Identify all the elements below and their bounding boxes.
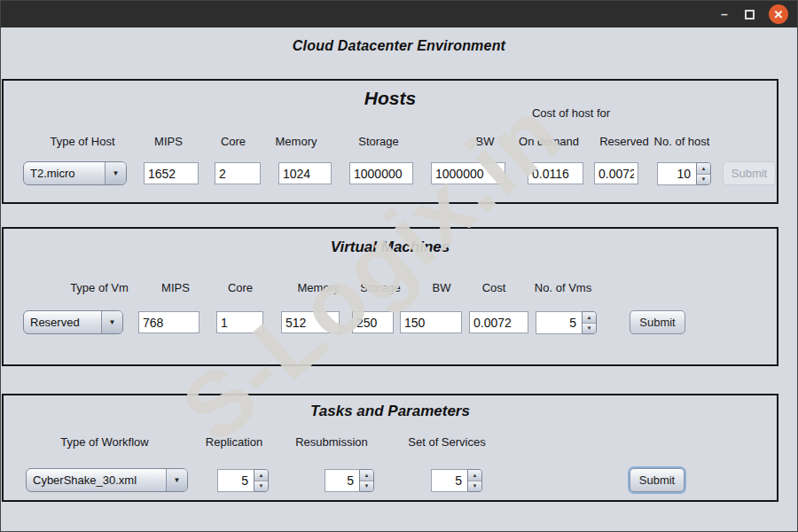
chevron-down-icon[interactable]: ▼ bbox=[166, 469, 187, 491]
host-storage-label: Storage bbox=[358, 135, 399, 148]
host-memory-label: Memory bbox=[276, 135, 317, 148]
host-storage-field[interactable] bbox=[349, 162, 413, 184]
spinner-down-icon[interactable]: ▼ bbox=[468, 481, 481, 492]
tasks-title: Tasks and Parameters bbox=[4, 403, 777, 420]
vm-type-select[interactable]: Reserved ▼ bbox=[23, 310, 123, 334]
close-button[interactable]: ✕ bbox=[769, 4, 788, 24]
host-mips-field[interactable] bbox=[144, 162, 199, 184]
resubmission-value: 5 bbox=[325, 469, 359, 492]
vm-bw-field[interactable] bbox=[400, 311, 462, 333]
services-label: Set of Services bbox=[408, 435, 485, 449]
resubmission-label: Resubmission bbox=[295, 435, 368, 449]
vm-core-label: Core bbox=[228, 281, 253, 294]
host-core-label: Core bbox=[221, 135, 246, 148]
host-type-select[interactable]: T2.micro ▼ bbox=[23, 161, 127, 185]
host-bw-field[interactable] bbox=[431, 162, 505, 184]
hosts-panel: Hosts Cost of host for Type of Host MIPS… bbox=[2, 79, 778, 204]
replication-value: 5 bbox=[217, 469, 254, 492]
chevron-down-icon[interactable]: ▼ bbox=[101, 311, 122, 333]
vm-storage-label: Storage bbox=[360, 281, 401, 294]
vms-title: Virtual Machines bbox=[4, 239, 777, 256]
tasks-panel: Tasks and Parameters Type of Workflow Re… bbox=[2, 394, 778, 502]
vm-count-value: 5 bbox=[536, 311, 582, 334]
spinner-down-icon[interactable]: ▼ bbox=[697, 175, 710, 185]
services-value: 5 bbox=[431, 469, 467, 492]
vm-type-value: Reserved bbox=[24, 316, 101, 329]
resubmission-spinner[interactable]: 5 ▲ ▼ bbox=[325, 469, 374, 492]
host-count-value: 10 bbox=[657, 162, 696, 185]
spinner-down-icon[interactable]: ▼ bbox=[360, 481, 373, 492]
vm-type-label: Type of Vm bbox=[70, 281, 129, 294]
hosts-title: Hosts bbox=[4, 88, 777, 109]
vm-cost-field[interactable] bbox=[469, 311, 528, 333]
vm-mips-field[interactable] bbox=[138, 311, 200, 333]
host-memory-field[interactable] bbox=[278, 162, 332, 184]
spinner-up-icon[interactable]: ▲ bbox=[583, 312, 596, 324]
vm-mips-label: MIPS bbox=[161, 281, 190, 294]
host-mips-label: MIPS bbox=[154, 135, 183, 148]
spinner-up-icon[interactable]: ▲ bbox=[697, 163, 710, 175]
vms-submit-button[interactable]: Submit bbox=[630, 310, 685, 334]
host-bw-label: BW bbox=[476, 135, 495, 148]
vm-memory-field[interactable] bbox=[281, 311, 340, 333]
host-count-spinner[interactable]: 10 ▲ ▼ bbox=[657, 162, 711, 185]
vm-count-label: No. of Vms bbox=[535, 281, 591, 294]
replication-spinner[interactable]: 5 ▲ ▼ bbox=[217, 469, 269, 492]
host-count-label: No. of host bbox=[654, 135, 710, 148]
chevron-down-icon[interactable]: ▼ bbox=[105, 162, 126, 184]
spinner-up-icon[interactable]: ▲ bbox=[360, 470, 373, 481]
host-core-field[interactable] bbox=[215, 162, 261, 184]
host-reserved-field[interactable] bbox=[594, 162, 638, 184]
host-ondemand-field[interactable] bbox=[528, 162, 583, 184]
minimize-button[interactable]: – bbox=[718, 8, 731, 20]
vm-storage-field[interactable] bbox=[352, 311, 394, 333]
spinner-down-icon[interactable]: ▼ bbox=[254, 481, 268, 492]
page-title: Cloud Datacenter Environment bbox=[1, 38, 797, 54]
vm-count-spinner[interactable]: 5 ▲ ▼ bbox=[536, 311, 597, 334]
app-window: – ✕ Cloud Datacenter Environment Hosts C… bbox=[0, 0, 798, 532]
titlebar: – ✕ bbox=[1, 1, 797, 27]
host-ondemand-label: On demand bbox=[519, 135, 579, 148]
maximize-button[interactable] bbox=[745, 10, 755, 20]
vm-memory-label: Memory bbox=[298, 281, 340, 294]
vms-panel: Virtual Machines Type of Vm MIPS Core Me… bbox=[2, 227, 778, 366]
host-reserved-label: Reserved bbox=[599, 135, 649, 148]
workflow-label: Type of Workflow bbox=[60, 435, 148, 449]
workflow-select[interactable]: CyberShake_30.xml ▼ bbox=[26, 468, 188, 492]
replication-label: Replication bbox=[206, 435, 262, 449]
vm-bw-label: BW bbox=[433, 281, 451, 294]
vm-core-field[interactable] bbox=[216, 311, 263, 333]
vm-cost-label: Cost bbox=[482, 281, 506, 294]
services-spinner[interactable]: 5 ▲ ▼ bbox=[431, 469, 482, 492]
tasks-submit-button[interactable]: Submit bbox=[630, 468, 685, 492]
host-type-value: T2.micro bbox=[24, 167, 105, 180]
cost-group-label: Cost of host for bbox=[532, 106, 610, 120]
spinner-down-icon[interactable]: ▼ bbox=[583, 324, 596, 334]
spinner-up-icon[interactable]: ▲ bbox=[468, 470, 481, 481]
hosts-submit-button[interactable]: Submit bbox=[723, 161, 776, 185]
workflow-value: CyberShake_30.xml bbox=[27, 473, 166, 487]
spinner-up-icon[interactable]: ▲ bbox=[254, 470, 268, 481]
host-type-label: Type of Host bbox=[51, 135, 115, 148]
